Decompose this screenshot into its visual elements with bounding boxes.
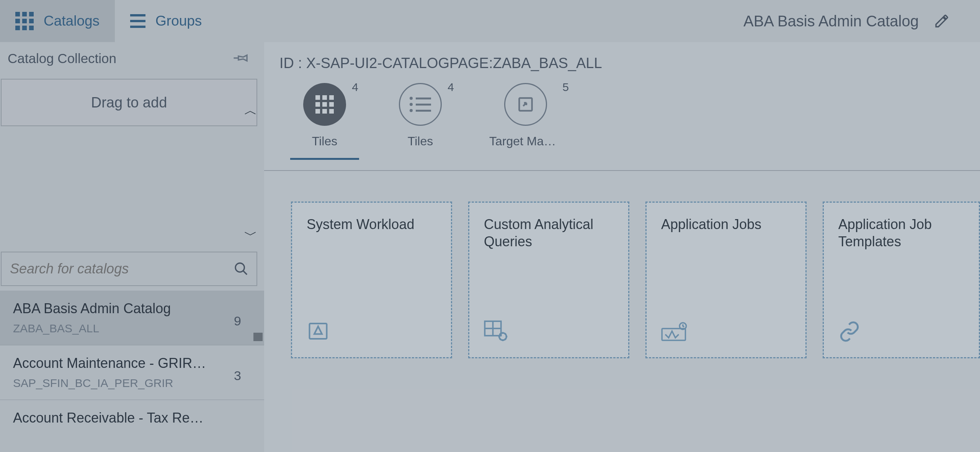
catalog-id: SAP_SFIN_BC_IA_PER_GRIR — [13, 377, 253, 390]
top-bar: Catalogs Groups ABA Basis Admin Catalog — [0, 0, 980, 42]
drag-to-add-area[interactable]: Drag to add — [1, 79, 257, 126]
tile-custom-analytical-queries[interactable]: Custom Analytical Queries — [468, 202, 629, 358]
monitor-icon — [307, 320, 330, 343]
tab-label: Groups — [155, 13, 202, 29]
table-gear-icon — [484, 320, 509, 343]
tile-application-job-templates[interactable]: Application Job Templates — [823, 202, 980, 358]
main-area: ID : X-SAP-UI2-CATALOGPAGE:ZABA_BAS_ALL … — [264, 42, 980, 452]
tile-title: Application Jobs — [661, 216, 791, 233]
catalog-list: ABA Basis Admin Catalog ZABA_BAS_ALL 9 A… — [0, 291, 264, 452]
view-tab-label: Target Mapp… — [489, 134, 562, 148]
chevron-down-icon[interactable]: ﹀ — [244, 226, 257, 244]
tile-application-jobs[interactable]: Application Jobs — [645, 202, 807, 358]
chevron-up-icon[interactable]: ︿ — [244, 102, 257, 119]
catalog-id: ZABA_BAS_ALL — [13, 322, 253, 335]
tile-title: Custom Analytical Queries — [484, 216, 614, 250]
share-icon — [504, 83, 547, 126]
search-icon[interactable] — [234, 261, 249, 276]
view-tab-label: Tiles — [408, 134, 433, 148]
drag-label: Drag to add — [91, 94, 167, 111]
sidebar-heading: Catalog Collection — [8, 51, 116, 66]
header-right: ABA Basis Admin Catalog — [743, 0, 980, 42]
jobs-icon — [661, 321, 688, 343]
edit-icon[interactable] — [934, 13, 949, 29]
catalog-count: 3 — [234, 368, 241, 383]
search-input[interactable] — [9, 260, 234, 277]
tab-groups[interactable]: Groups — [115, 0, 217, 42]
menu-icon — [130, 14, 145, 28]
tile-grid: System Workload Custom Analytical Querie… — [264, 171, 980, 358]
catalog-item[interactable]: ABA Basis Admin Catalog ZABA_BAS_ALL 9 — [0, 291, 264, 345]
tile-title: System Workload — [307, 216, 436, 233]
catalog-name: Account Maintenance - GRIR… — [13, 355, 253, 371]
catalog-title: ABA Basis Admin Catalog — [743, 13, 919, 30]
catalog-search[interactable] — [1, 252, 257, 286]
catalog-name: ABA Basis Admin Catalog — [13, 301, 253, 317]
view-tab-count: 4 — [448, 81, 454, 94]
catalog-name: Account Receivable - Tax Re… — [13, 410, 253, 426]
view-tab-target-mappings[interactable]: 5 Target Mapp… — [489, 83, 562, 148]
scrollbar-thumb[interactable] — [253, 333, 263, 341]
view-tab-count: 4 — [352, 81, 358, 94]
catalog-count: 9 — [234, 314, 241, 328]
view-tab-count: 5 — [562, 81, 569, 94]
tab-label: Catalogs — [44, 13, 100, 29]
list-icon — [399, 83, 442, 126]
sidebar: Catalog Collection Drag to add ︿ ﹀ ︿ ABA… — [0, 42, 264, 452]
tab-catalogs[interactable]: Catalogs — [0, 0, 115, 42]
catalog-item[interactable]: Account Receivable - Tax Re… — [0, 400, 264, 441]
grid-icon — [303, 83, 346, 126]
view-tab-tiles-grid[interactable]: 4 Tiles — [298, 83, 351, 148]
link-icon — [838, 320, 861, 343]
catalog-item[interactable]: Account Maintenance - GRIR… SAP_SFIN_BC_… — [0, 345, 264, 400]
pin-icon[interactable] — [233, 50, 249, 67]
tile-system-workload[interactable]: System Workload — [291, 202, 452, 358]
svg-line-1 — [243, 271, 247, 275]
view-tab-label: Tiles — [312, 134, 337, 148]
view-tab-tiles-list[interactable]: 4 Tiles — [394, 83, 447, 148]
sidebar-title-row: Catalog Collection — [0, 42, 264, 75]
grid-icon — [15, 12, 34, 30]
view-tabs: 4 Tiles 4 Tiles 5 Target Mapp… — [264, 72, 980, 171]
svg-point-0 — [235, 263, 244, 272]
tile-title: Application Job Templates — [838, 216, 964, 250]
catalog-id-line: ID : X-SAP-UI2-CATALOGPAGE:ZABA_BAS_ALL — [264, 42, 980, 72]
